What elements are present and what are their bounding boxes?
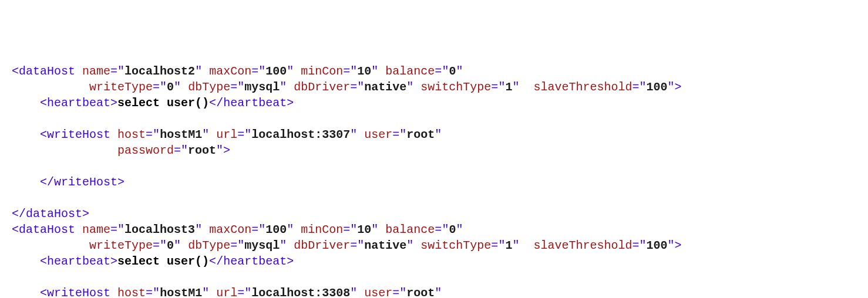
- line: <dataHost name="localhost2" maxCon="100"…: [12, 65, 682, 298]
- xml-code-block: <dataHost name="localhost2" maxCon="100"…: [0, 63, 868, 298]
